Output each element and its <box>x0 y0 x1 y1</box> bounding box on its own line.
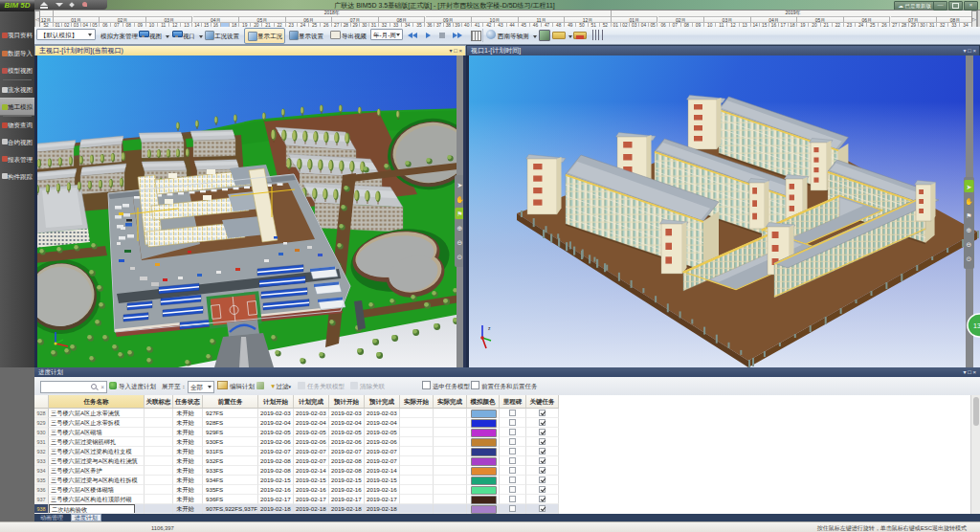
svg-text:⊖: ⊖ <box>967 241 972 248</box>
svg-text:⚑: ⚑ <box>966 212 971 219</box>
svg-text:⊙: ⊙ <box>457 254 463 260</box>
svg-text:✋: ✋ <box>965 197 973 206</box>
svg-text:13: 13 <box>973 322 980 329</box>
svg-text:⊖: ⊖ <box>457 239 463 246</box>
svg-text:➤: ➤ <box>457 182 463 188</box>
svg-text:⊕: ⊕ <box>967 227 972 233</box>
svg-text:⊙: ⊙ <box>967 255 972 262</box>
svg-text:⊕: ⊕ <box>457 225 463 232</box>
svg-text:➤: ➤ <box>967 184 972 190</box>
svg-text:⚑: ⚑ <box>457 211 462 217</box>
